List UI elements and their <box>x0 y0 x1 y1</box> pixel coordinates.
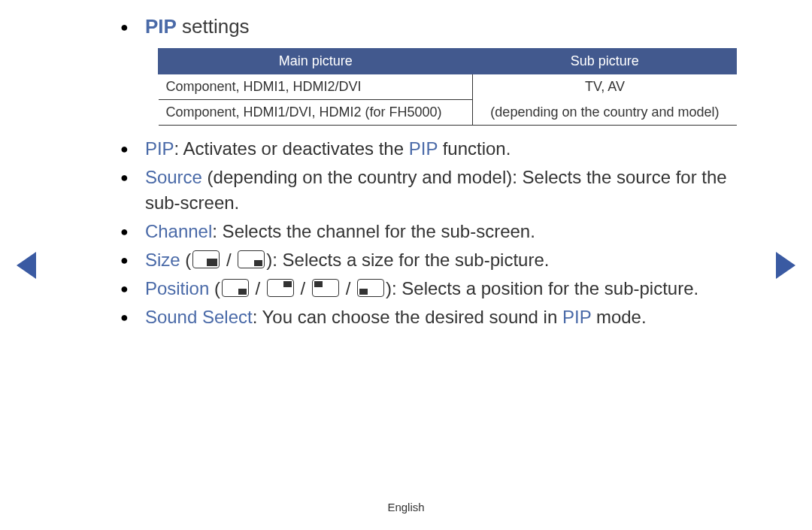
term-channel: Channel <box>145 221 212 241</box>
item-channel: ● Channel: Selects the channel for the s… <box>113 219 741 244</box>
main-row-2: Component, HDMI1/DVI, HDMI2 (for FH5000) <box>159 100 473 126</box>
bullet-icon: ● <box>120 136 129 162</box>
position-br-icon <box>222 279 249 297</box>
size-option-large-icon <box>192 250 220 268</box>
pip-settings-table: Main picture Sub picture Component, HDMI… <box>158 48 737 126</box>
term-sound-select: Sound Select <box>145 307 253 327</box>
bullet-icon: ● <box>120 15 129 39</box>
position-tr-icon <box>267 279 294 297</box>
sub-row-1: TV, AV <box>473 74 737 100</box>
item-position: ● Position ( / / / ): Selects a position… <box>113 276 741 301</box>
item-source: ● Source (depending on the country and m… <box>113 165 741 216</box>
prev-page-arrow[interactable] <box>17 252 36 279</box>
term-position: Position <box>145 278 209 298</box>
position-tl-icon <box>312 279 339 297</box>
term-pip: PIP <box>145 138 174 159</box>
bullet-icon: ● <box>120 219 129 244</box>
title-rest: settings <box>177 15 250 38</box>
term-size: Size <box>145 250 180 270</box>
page-content: ● PIP settings Main picture Sub picture … <box>113 15 741 333</box>
description-list: ● PIP: Activates or deactivates the PIP … <box>113 136 741 330</box>
next-page-arrow[interactable] <box>776 252 795 279</box>
bullet-icon: ● <box>120 165 129 190</box>
page-language-footer: English <box>0 501 812 513</box>
item-size: ● Size ( / ): Selects a size for the sub… <box>113 247 741 273</box>
sub-row-2: (depending on the country and model) <box>473 100 737 126</box>
item-sound-select: ● Sound Select: You can choose the desir… <box>113 304 741 330</box>
bullet-icon: ● <box>120 304 129 330</box>
col-sub-picture: Sub picture <box>473 49 737 74</box>
bullet-icon: ● <box>120 276 129 301</box>
item-pip: ● PIP: Activates or deactivates the PIP … <box>113 136 741 162</box>
term-source: Source <box>145 167 202 187</box>
size-option-small-icon <box>238 250 265 268</box>
col-main-picture: Main picture <box>159 49 473 74</box>
bullet-icon: ● <box>120 247 129 273</box>
section-title: PIP settings <box>145 15 250 38</box>
title-term: PIP <box>145 15 177 38</box>
section-title-row: ● PIP settings <box>113 15 741 39</box>
main-row-1: Component, HDMI1, HDMI2/DVI <box>159 74 473 100</box>
position-bl-icon <box>357 279 384 297</box>
